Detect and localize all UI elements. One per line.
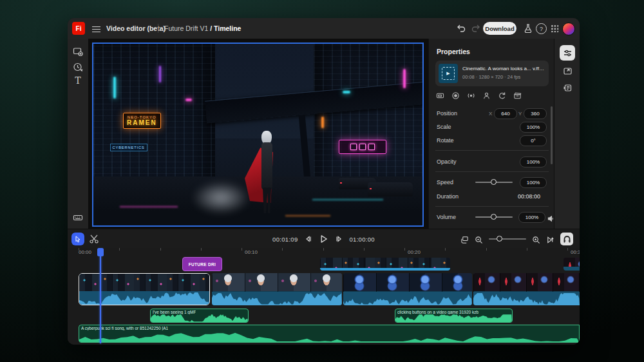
help-icon[interactable]: ? [536, 23, 547, 34]
timeline-zoom-slider[interactable] [489, 238, 526, 240]
breadcrumb-project[interactable]: Future Drift V1 [164, 24, 208, 32]
duration-label: Duration [437, 193, 459, 200]
divider [435, 206, 549, 207]
beta-flask-icon[interactable] [523, 23, 533, 33]
speed-input[interactable]: 100% [520, 177, 547, 188]
playhead-handle[interactable] [97, 248, 104, 256]
panel-scrollbar[interactable] [551, 106, 553, 164]
sign-text: RAMEN [127, 119, 157, 126]
snapping-magnet-button[interactable] [560, 233, 573, 245]
download-button[interactable]: Download [483, 22, 516, 35]
video-preview[interactable]: NEO-TOKYO RAMEN CYBERNETICS [92, 43, 424, 227]
scale-input[interactable]: 100% [520, 122, 547, 133]
divider [435, 150, 549, 151]
app-window: Fi Video editor (beta) Future Drift V1 /… [68, 18, 580, 345]
position-x-input[interactable]: 640 [494, 108, 517, 119]
avatar[interactable] [562, 23, 575, 35]
refresh-icon[interactable] [498, 91, 506, 100]
video-clip-woman[interactable] [212, 273, 342, 305]
properties-panel-button[interactable] [560, 45, 575, 61]
steam [192, 181, 250, 214]
rotate-label: Rotate [437, 137, 454, 144]
split-tool-icon[interactable] [89, 234, 99, 244]
text-clip-label: FUTURE DRI [189, 262, 216, 267]
clip-thumbnail: ▶ [439, 64, 458, 83]
neon-sign [321, 117, 324, 128]
clapperboard-icon[interactable] [513, 91, 522, 100]
current-time: 00:01:09 [272, 236, 298, 243]
x-axis-label: X [489, 111, 492, 117]
apps-grid-icon[interactable] [551, 24, 558, 32]
hamburger-menu-icon[interactable] [92, 24, 100, 32]
keyboard-shortcuts-icon[interactable] [73, 213, 83, 223]
overlay-video-clip[interactable] [564, 258, 580, 271]
body [261, 142, 272, 190]
stack-clips-icon[interactable] [460, 235, 469, 243]
scale-value: 100% [527, 124, 540, 130]
queue-panel-button[interactable] [560, 80, 575, 95]
speed-label: Speed [437, 179, 453, 186]
volume-slider[interactable] [475, 216, 513, 218]
text-tool-icon[interactable]: T [73, 76, 83, 86]
duration-value: 00:08:00 [518, 193, 540, 200]
timeline[interactable]: 00:00 00:10 00:20 00:30 FUTURE DRI [68, 248, 580, 345]
speed-slider[interactable] [475, 182, 513, 183]
divider [435, 171, 549, 172]
clip-name: Cinematic. A woman looks a... v.ffgenvid [462, 66, 546, 71]
sfx-clip-1[interactable]: I've been seeing 1 gMF [150, 309, 249, 323]
music-clip[interactable]: A cyberpunk sci fi song, with or 8512422… [79, 325, 580, 343]
rotate-value: 0° [531, 138, 536, 144]
character-icon[interactable] [482, 91, 491, 100]
music-clip-label: A cyberpunk sci fi song, with or 8512422… [81, 326, 168, 330]
properties-panel: Properties ▶ Cinematic. A woman looks a.… [428, 39, 554, 229]
zoom-out-icon[interactable] [475, 235, 483, 243]
opacity-input[interactable]: 100% [520, 157, 547, 167]
volume-input[interactable]: 100% [518, 212, 545, 223]
history-clock-icon[interactable] [73, 62, 83, 72]
position-y-input[interactable]: 360 [524, 108, 547, 119]
video-clip-robot[interactable] [343, 273, 472, 305]
redo-icon [471, 23, 481, 33]
firefly-logo[interactable]: Fi [72, 22, 85, 35]
street-reflection [120, 206, 178, 207]
undo-icon[interactable] [456, 23, 466, 33]
video-clip-city-selected[interactable] [79, 273, 210, 305]
pink-neon-sign [339, 140, 386, 154]
mask-icon[interactable] [451, 91, 460, 100]
top-bar: Fi Video editor (beta) Future Drift V1 /… [68, 18, 580, 39]
playhead-line[interactable] [100, 248, 101, 343]
app-title: Video editor (beta) [106, 24, 166, 32]
playback-controls: 00:01:09 01:00:00 [272, 229, 375, 249]
breadcrumb[interactable]: Future Drift V1 / Timeline [164, 24, 241, 32]
selected-clip-card[interactable]: ▶ Cinematic. A woman looks a... v.ffgenv… [435, 61, 549, 86]
ruler-tick-label: 00:00 [79, 249, 91, 255]
zoom-in-icon[interactable] [532, 235, 540, 243]
neon-sign [159, 66, 161, 82]
rotate-input[interactable]: 0° [520, 135, 547, 146]
next-frame-icon[interactable] [335, 234, 344, 243]
select-tool-button[interactable] [71, 233, 84, 245]
add-media-icon[interactable] [73, 46, 83, 57]
woman-with-red-cape [245, 131, 283, 216]
crop-icon[interactable] [436, 91, 444, 100]
sfx-clip-2[interactable]: clicking buttons on a video game 31920 k… [395, 309, 513, 323]
previous-frame-icon[interactable] [304, 234, 313, 243]
properties-title: Properties [437, 48, 470, 55]
parked-car [368, 182, 413, 196]
snap-playhead-icon[interactable] [546, 235, 554, 243]
neon-sign [113, 77, 116, 99]
street-reflection [312, 199, 383, 200]
volume-label: Volume [437, 214, 456, 220]
export-frame-button[interactable] [560, 63, 575, 79]
play-button[interactable] [319, 234, 329, 244]
overlay-video-clip[interactable] [320, 258, 450, 271]
position-x-value: 640 [501, 111, 509, 117]
timeline-ruler[interactable]: 00:00 00:10 00:20 00:30 [68, 248, 580, 256]
street-reflection [285, 215, 330, 216]
video-clip-soldiers[interactable] [473, 273, 580, 305]
clip-meta: 00:08 · 1280 × 720 · 24 fps [462, 74, 520, 80]
timeline-zoom-controls [460, 229, 573, 249]
breadcrumb-current: / Timeline [210, 24, 241, 32]
title-text-clip[interactable]: FUTURE DRI [182, 257, 222, 271]
effects-icon[interactable] [467, 91, 475, 100]
